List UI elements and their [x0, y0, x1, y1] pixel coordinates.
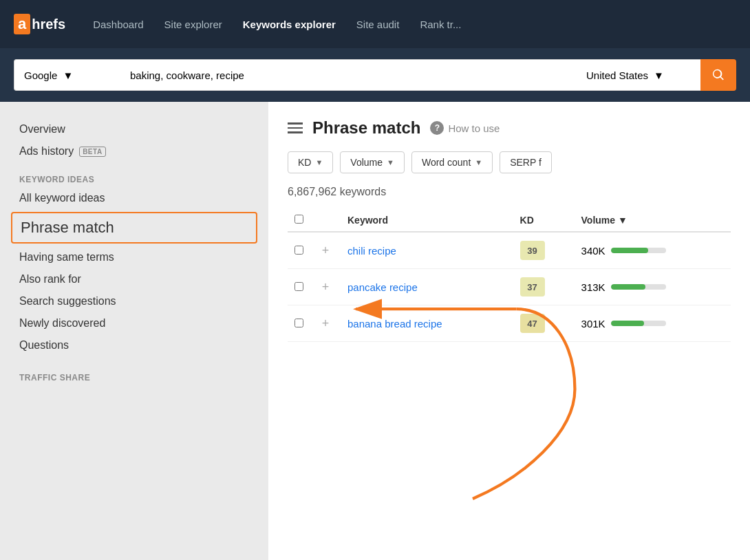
row-checkbox-cell-2 [288, 269, 310, 305]
kd-caret-icon: ▼ [315, 158, 323, 166]
kd-badge-3: 47 [520, 314, 545, 333]
logo-a: a [14, 14, 30, 34]
nav-site-explorer[interactable]: Site explorer [164, 15, 222, 34]
volume-bar-wrap-3 [611, 321, 666, 326]
sidebar: Overview Ads history BETA KEYWORD IDEAS … [0, 102, 268, 560]
volume-filter[interactable]: Volume ▼ [340, 151, 405, 173]
country-select[interactable]: United States ▼ [577, 59, 700, 91]
row-kd-1: 39 [513, 232, 575, 269]
hamburger-menu[interactable] [288, 122, 303, 133]
top-nav: a hrefs Dashboard Site explorer Keywords… [0, 0, 750, 48]
volume-filter-label: Volume [350, 157, 383, 168]
volume-value-1: 340K [581, 245, 606, 257]
th-keyword: Keyword [341, 209, 513, 232]
th-kd[interactable]: KD [513, 209, 575, 232]
row-kd-2: 37 [513, 269, 575, 305]
row-checkbox-cell-3 [288, 305, 310, 342]
beta-badge: BETA [79, 147, 105, 157]
row-volume-2: 313K [575, 269, 731, 305]
volume-bar-wrap-1 [611, 248, 666, 253]
engine-select[interactable]: Google ▼ [14, 59, 120, 91]
table-row: + banana bread recipe 47 301K [288, 305, 731, 342]
row-keyword-3[interactable]: banana bread recipe [341, 305, 513, 342]
volume-container-1: 340K [581, 245, 724, 257]
section-keyword-ideas: KEYWORD IDEAS [19, 175, 249, 184]
search-input[interactable] [120, 59, 577, 91]
word-count-filter[interactable]: Word count ▼ [411, 151, 493, 173]
row-checkbox-cell-1 [288, 232, 310, 269]
row-keyword-1[interactable]: chili recipe [341, 232, 513, 269]
search-bar: Google ▼ United States ▼ [0, 48, 750, 102]
sidebar-item-questions[interactable]: Questions [19, 334, 249, 356]
word-count-caret-icon: ▼ [475, 158, 482, 166]
kd-badge-2: 37 [520, 277, 545, 297]
sidebar-item-all-keyword-ideas[interactable]: All keyword ideas [19, 187, 249, 209]
row-keyword-2[interactable]: pancake recipe [341, 269, 513, 305]
sidebar-item-newly-discovered[interactable]: Newly discovered [19, 312, 249, 334]
sidebar-item-having-same-terms[interactable]: Having same terms [19, 246, 249, 268]
page-title: Phrase match [312, 118, 420, 138]
search-button[interactable] [700, 59, 736, 91]
section-traffic-share: TRAFFIC SHARE [19, 373, 249, 383]
kd-filter[interactable]: KD ▼ [288, 151, 333, 173]
serp-filter[interactable]: SERP f [500, 151, 552, 173]
sidebar-item-search-suggestions[interactable]: Search suggestions [19, 290, 249, 312]
engine-label: Google [24, 69, 57, 81]
logo-text: hrefs [32, 17, 65, 32]
keyword-link-1[interactable]: chili recipe [347, 245, 396, 257]
volume-bar-fill-1 [611, 248, 648, 253]
country-label: United States [586, 69, 648, 81]
kd-badge-1: 39 [520, 241, 545, 260]
th-volume[interactable]: Volume ▼ [575, 209, 731, 232]
content-header: Phrase match ? How to use [288, 118, 731, 138]
hamburger-line-2 [288, 127, 303, 129]
volume-container-3: 301K [581, 318, 724, 330]
serp-filter-label: SERP f [510, 157, 542, 168]
volume-bar-fill-3 [611, 321, 644, 326]
sidebar-item-phrase-match[interactable]: Phrase match [11, 212, 257, 244]
keyword-link-3[interactable]: banana bread recipe [347, 318, 442, 330]
volume-caret-icon: ▼ [387, 158, 394, 166]
row-add-cell-3[interactable]: + [310, 305, 341, 342]
add-btn-2[interactable]: + [317, 279, 334, 295]
sidebar-item-also-rank-for[interactable]: Also rank for [19, 268, 249, 290]
select-all-checkbox[interactable] [294, 215, 303, 224]
volume-bar-wrap-2 [611, 284, 666, 290]
content-area: Phrase match ? How to use KD ▼ Volume ▼ … [268, 102, 750, 560]
nav-keywords-explorer[interactable]: Keywords explorer [243, 15, 336, 34]
main-layout: Overview Ads history BETA KEYWORD IDEAS … [0, 102, 750, 560]
keywords-table: Keyword KD Volume ▼ + chili recipe [288, 209, 731, 342]
keywords-count: 6,867,962 keywords [288, 186, 731, 198]
engine-caret-icon: ▼ [63, 69, 73, 81]
sidebar-item-overview[interactable]: Overview [19, 118, 249, 140]
nav-dashboard[interactable]: Dashboard [93, 15, 143, 34]
row-kd-3: 47 [513, 305, 575, 342]
hamburger-line-3 [288, 131, 303, 133]
table-row: + chili recipe 39 340K [288, 232, 731, 269]
row-2-checkbox[interactable] [294, 282, 303, 291]
logo[interactable]: a hrefs [14, 14, 65, 34]
th-checkbox [288, 209, 310, 232]
add-btn-1[interactable]: + [317, 242, 334, 259]
keyword-link-2[interactable]: pancake recipe [347, 281, 418, 293]
country-caret-icon: ▼ [654, 69, 664, 81]
kd-filter-label: KD [298, 157, 311, 168]
how-to-use-btn[interactable]: ? How to use [430, 121, 500, 135]
row-add-cell-1[interactable]: + [310, 232, 341, 269]
row-3-checkbox[interactable] [294, 319, 303, 327]
nav-rank-tracker[interactable]: Rank tr... [420, 15, 461, 34]
th-add [310, 209, 341, 232]
row-1-checkbox[interactable] [294, 246, 303, 255]
filter-row: KD ▼ Volume ▼ Word count ▼ SERP f [288, 151, 731, 173]
sidebar-item-ads-history[interactable]: Ads history BETA [19, 140, 249, 162]
volume-value-3: 301K [581, 318, 606, 330]
row-volume-3: 301K [575, 305, 731, 342]
volume-value-2: 313K [581, 281, 606, 293]
volume-container-2: 313K [581, 281, 724, 293]
ads-history-label: Ads history [19, 145, 74, 158]
help-icon: ? [430, 121, 444, 135]
add-btn-3[interactable]: + [317, 315, 334, 332]
nav-site-audit[interactable]: Site audit [356, 15, 400, 34]
row-add-cell-2[interactable]: + [310, 269, 341, 305]
hamburger-line-1 [288, 122, 303, 125]
